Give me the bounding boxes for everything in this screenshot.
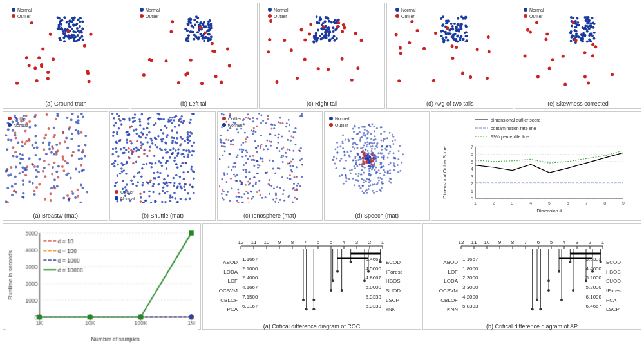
panel-speech: (d) Speech (mat) (324, 111, 430, 221)
mat-plot-b (111, 113, 213, 211)
middle-row: (a) Breastw (mat) (b) Shuttle (mat) (c) … (3, 111, 641, 221)
caption-mat-a: (a) Breastw (mat) (33, 212, 78, 219)
caption-e: (e) Skewness corrected (547, 100, 609, 107)
scatter-plot-a (5, 5, 128, 99)
bottom-row: (a) Critical difference diagram of ROC (… (3, 223, 641, 330)
panel-ground-truth: (a) Ground truth (3, 3, 129, 109)
panel-avg-tails: (d) Avg of two tails (386, 3, 513, 109)
panel-runtime (3, 223, 201, 330)
mat-plot-c (219, 113, 321, 211)
panel-cd-ap: (b) Critical difference diagram of AP (422, 223, 641, 330)
caption-cd-b: (b) Critical difference diagram of AP (486, 323, 578, 330)
caption-a: (a) Ground truth (45, 100, 86, 107)
caption-mat-b: (b) Shuttle (mat) (142, 212, 184, 219)
panel-shuttle: (b) Shuttle (mat) (109, 111, 215, 221)
panel-cd-roc: (a) Critical difference diagram of ROC (202, 223, 421, 330)
main-container: (a) Ground truth (b) Left tail (c) Right… (0, 0, 644, 347)
caption-mat-c: (c) Ionosphere (mat) (243, 212, 296, 219)
panel-breastw: (a) Breastw (mat) (3, 111, 108, 221)
scatter-plot-e (516, 5, 639, 99)
caption-b: (b) Left tail (180, 100, 208, 107)
mat-plot-a (5, 113, 106, 211)
scatter-plot-b (133, 5, 256, 99)
panel-right-tail: (c) Right tail (259, 3, 386, 109)
caption-c: (c) Right tail (307, 100, 337, 107)
scatter-plot-d (388, 5, 511, 99)
caption-cd-a: (a) Critical difference diagram of ROC (263, 323, 360, 330)
caption-mat-d: (d) Speech (mat) (355, 212, 399, 219)
panel-left-tail: (b) Left tail (131, 3, 258, 109)
caption-d: (d) Avg of two tails (426, 100, 473, 107)
panel-ionosphere: (c) Ionosphere (mat) (217, 111, 323, 221)
top-row: (a) Ground truth (b) Left tail (c) Right… (3, 3, 641, 109)
scatter-plot-c (261, 5, 384, 99)
mat-plot-d (326, 113, 428, 211)
panel-line-chart (431, 111, 641, 221)
panel-skewness: (e) Skewness corrected (515, 3, 641, 109)
